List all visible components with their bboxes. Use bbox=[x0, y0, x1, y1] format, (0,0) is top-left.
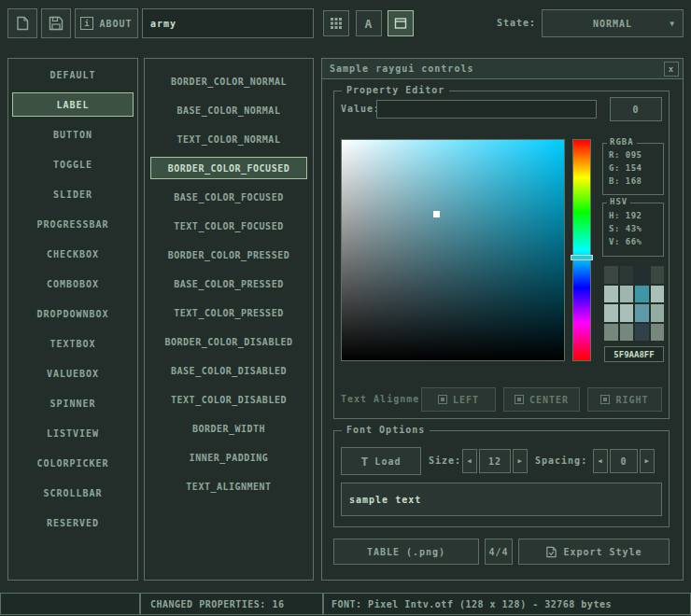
palette-color-cell[interactable] bbox=[651, 266, 665, 284]
properties-list-item[interactable]: BORDER_COLOR_NORMAL bbox=[150, 70, 307, 92]
align-left-button[interactable]: LEFT bbox=[421, 387, 496, 412]
palette-color-cell[interactable] bbox=[604, 266, 618, 284]
window-icon bbox=[394, 17, 407, 30]
value-label: Value: bbox=[341, 104, 380, 114]
properties-list-item[interactable]: TEXT_COLOR_DISABLED bbox=[150, 388, 307, 411]
font-spacing-value-box[interactable]: 0 bbox=[610, 449, 638, 473]
controls-list-item[interactable]: VALUEBOX bbox=[12, 361, 134, 385]
grid-view-button[interactable] bbox=[323, 10, 349, 36]
save-button[interactable] bbox=[41, 8, 71, 38]
controls-list-item[interactable]: TEXTBOX bbox=[12, 331, 134, 356]
spinner-right-icon: ▶ bbox=[517, 457, 522, 465]
font-view-button[interactable]: A bbox=[356, 10, 382, 36]
controls-list-item[interactable]: PROGRESSBAR bbox=[12, 212, 134, 236]
properties-list-item[interactable]: BASE_COLOR_FOCUSED bbox=[150, 186, 307, 208]
controls-list-item[interactable]: DEFAULT bbox=[12, 63, 134, 87]
value-input[interactable] bbox=[376, 100, 597, 119]
hsv-group: HSV H: 192 S: 43% V: 66% bbox=[602, 203, 664, 257]
properties-list-item[interactable]: BORDER_COLOR_FOCUSED bbox=[150, 157, 307, 179]
font-load-button[interactable]: T Load bbox=[341, 447, 421, 475]
controls-view-button[interactable] bbox=[388, 10, 414, 36]
palette-color-cell[interactable] bbox=[651, 304, 665, 322]
controls-list-item[interactable]: SCROLLBAR bbox=[12, 481, 134, 505]
palette-color-cell[interactable] bbox=[635, 304, 649, 322]
palette-color-cell[interactable] bbox=[620, 324, 634, 342]
style-name-input[interactable] bbox=[142, 8, 314, 38]
palette-color-cell[interactable] bbox=[651, 286, 665, 303]
state-dropdown[interactable]: NORMAL ▼ bbox=[542, 9, 684, 37]
palette-color-cell[interactable] bbox=[604, 286, 618, 303]
font-size-value-box[interactable]: 12 bbox=[479, 449, 511, 473]
align-center-button[interactable]: CENTER bbox=[503, 387, 580, 412]
about-button[interactable]: i ABOUT bbox=[75, 8, 138, 38]
properties-list-item[interactable]: TEXT_COLOR_NORMAL bbox=[150, 128, 307, 150]
properties-list-item[interactable]: INNER_PADDING bbox=[150, 446, 307, 469]
close-button[interactable]: x bbox=[664, 62, 679, 77]
controls-list-item[interactable]: RESERVED bbox=[12, 511, 134, 535]
toolbar: i ABOUT A State: NORMAL ▼ bbox=[0, 0, 691, 50]
statusbar-font-info: FONT: Pixel Intv.otf (128 x 128) - 32768… bbox=[323, 593, 691, 615]
export-format-button[interactable]: TABLE (.png) bbox=[333, 539, 479, 565]
rgba-g-value: G: 154 bbox=[603, 161, 663, 175]
font-size-increment-button[interactable]: ▶ bbox=[513, 449, 528, 473]
info-icon: i bbox=[80, 17, 93, 30]
palette-color-cell[interactable] bbox=[651, 324, 665, 342]
hue-bar[interactable] bbox=[572, 139, 591, 361]
controls-list-item[interactable]: DROPDOWNBOX bbox=[12, 301, 134, 326]
controls-list-item[interactable]: LISTVIEW bbox=[12, 421, 134, 445]
palette-color-cell[interactable] bbox=[620, 266, 634, 284]
palette-color-cell[interactable] bbox=[620, 286, 634, 303]
palette-color-cell[interactable] bbox=[604, 304, 618, 322]
new-file-button[interactable] bbox=[7, 8, 37, 38]
palette-color-cell[interactable] bbox=[635, 286, 649, 303]
controls-list-item[interactable]: SPINNER bbox=[12, 391, 134, 415]
hsv-s-value: S: 43% bbox=[603, 222, 663, 235]
controls-list-item[interactable]: TOGGLE bbox=[12, 152, 134, 176]
properties-list-item[interactable]: BORDER_COLOR_PRESSED bbox=[150, 244, 307, 266]
rgba-r-value: R: 095 bbox=[603, 148, 663, 161]
export-pages-box[interactable]: 4/4 bbox=[485, 539, 513, 565]
controls-list-item[interactable]: LABEL bbox=[12, 92, 134, 117]
hue-slider-handle[interactable] bbox=[571, 255, 593, 260]
controls-list-item[interactable]: SLIDER bbox=[12, 182, 134, 206]
properties-list-item[interactable]: BASE_COLOR_DISABLED bbox=[150, 359, 307, 382]
properties-list-item[interactable]: BORDER_WIDTH bbox=[150, 417, 307, 440]
properties-list-item[interactable]: BASE_COLOR_PRESSED bbox=[150, 273, 307, 295]
properties-list-item[interactable]: TEXT_COLOR_PRESSED bbox=[150, 301, 307, 324]
color-picker-panel[interactable] bbox=[341, 139, 565, 361]
controls-list-item[interactable]: CHECKBOX bbox=[12, 242, 134, 266]
hex-value-text: 5F9AA8FF bbox=[613, 350, 654, 359]
font-size-label: Size: bbox=[429, 455, 461, 466]
font-size-decrement-button[interactable]: ◀ bbox=[462, 449, 477, 473]
properties-list-item[interactable]: BORDER_COLOR_DISABLED bbox=[150, 330, 307, 353]
palette-color-cell[interactable] bbox=[635, 266, 649, 284]
rgba-group: RGBA R: 095 G: 154 B: 168 bbox=[602, 143, 664, 195]
properties-list-item[interactable]: TEXT_COLOR_FOCUSED bbox=[150, 215, 307, 237]
style-color-palette bbox=[604, 266, 664, 341]
rgba-group-label: RGBA bbox=[607, 137, 637, 147]
font-spacing-decrement-button[interactable]: ◀ bbox=[593, 449, 608, 473]
align-right-button[interactable]: RIGHT bbox=[587, 387, 662, 412]
controls-list-item[interactable]: BUTTON bbox=[12, 122, 134, 147]
font-spacing-increment-button[interactable]: ▶ bbox=[640, 449, 655, 473]
controls-list-item[interactable]: COMBOBOX bbox=[12, 272, 134, 296]
palette-color-cell[interactable] bbox=[620, 304, 634, 322]
font-info-text: FONT: Pixel Intv.otf (128 x 128) - 32768… bbox=[331, 599, 612, 609]
font-options-group-label: Font Options bbox=[342, 425, 430, 435]
align-center-label: CENTER bbox=[529, 395, 569, 405]
properties-list-item[interactable]: BASE_COLOR_NORMAL bbox=[150, 99, 307, 121]
palette-color-cell[interactable] bbox=[635, 324, 649, 342]
sample-window-titlebar[interactable]: Sample raygui controls bbox=[322, 59, 683, 79]
controls-list-item[interactable]: COLORPICKER bbox=[12, 451, 134, 475]
properties-list-item[interactable]: TEXT_ALIGNMENT bbox=[150, 475, 307, 497]
close-icon: x bbox=[669, 64, 674, 74]
text-alignment-label: Text Alignme bbox=[341, 394, 419, 404]
sample-text-box[interactable]: sample text bbox=[341, 483, 662, 516]
palette-color-cell[interactable] bbox=[604, 324, 618, 342]
hex-value-box[interactable]: 5F9AA8FF bbox=[604, 346, 664, 362]
property-editor-group-label: Property Editor bbox=[342, 85, 449, 95]
export-style-button[interactable]: Export Style bbox=[518, 539, 670, 565]
statusbar-changed-properties: CHANGED PROPERTIES: 16 bbox=[140, 593, 323, 615]
color-picker-cursor[interactable] bbox=[433, 211, 440, 217]
value-box[interactable]: 0 bbox=[610, 97, 662, 121]
